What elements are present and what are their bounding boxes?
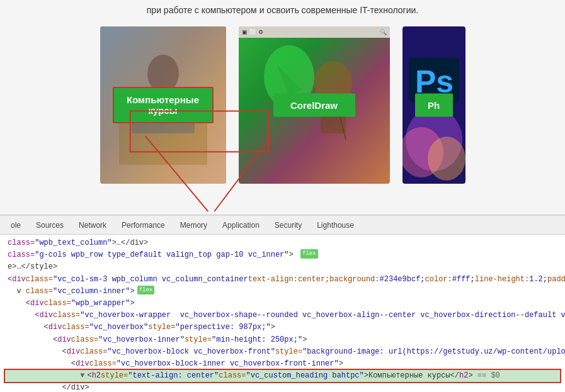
tab-memory[interactable]: Memory: [173, 216, 215, 235]
code-line-10: <div class="vc_hoverbox-block vc_hoverbo…: [5, 346, 560, 358]
cards-area: Компьютерные курсы: [0, 20, 565, 215]
tab-network[interactable]: Network: [71, 216, 114, 235]
code-line-12-highlighted[interactable]: ▼ <h2 style="text-align: center" class="…: [5, 370, 560, 382]
devtools-tabs: ole Sources Network Performance Memory A…: [0, 216, 565, 235]
top-text: при работе с компьютером и освоить совре…: [0, 0, 565, 20]
card-photoshop: Ps Ph: [402, 26, 465, 184]
card-label-coreldraw: CorelDraw: [273, 94, 355, 117]
tab-sources[interactable]: Sources: [28, 216, 71, 235]
card-label-computers: Компьютерные курсы: [113, 87, 214, 123]
webpage-area: при работе с компьютером и освоить совре…: [0, 0, 565, 215]
code-line-7: <div class="vc_hoverbox-wrapper vc_hover…: [5, 310, 560, 322]
code-line-1: class="wpb_text_column">…</div>: [5, 237, 560, 249]
card-coreldraw: ▣⬜⚙🔍 CorelDraw: [239, 26, 390, 184]
tab-performance[interactable]: Performance: [114, 216, 173, 235]
code-line-4: <div class="vc_col-sm-3 wpb_column vc_co…: [5, 274, 560, 286]
svg-point-15: [428, 137, 465, 181]
code-line-6: <div class="wpb_wrapper">: [5, 298, 560, 310]
code-line-11: <div class="vc_hoverbox-block-inner vc_h…: [5, 358, 560, 370]
tab-security[interactable]: Security: [267, 216, 309, 235]
devtools-panel: ole Sources Network Performance Memory A…: [0, 215, 565, 392]
code-line-2: class="g-cols wpb_row type_default valig…: [5, 249, 560, 261]
tab-application[interactable]: Application: [215, 216, 267, 235]
code-line-5: v class="vc_column-inner"> flex: [5, 286, 560, 298]
code-line-3: e>…</style>: [5, 261, 560, 273]
tab-lighthouse[interactable]: Lighthouse: [309, 216, 362, 235]
tab-console[interactable]: ole: [3, 216, 28, 235]
code-line-9: <div class="vc_hoverbox-inner" style="mi…: [5, 334, 560, 346]
card-computers: Компьютерные курсы: [100, 26, 226, 184]
card-label-ps: Ph: [415, 94, 453, 117]
code-line-8: <div class="vc_hoverbox" style="perspect…: [5, 322, 560, 333]
code-line-13: </div>: [5, 382, 560, 392]
devtools-code-panel: class="wpb_text_column">…</div> class="g…: [0, 235, 565, 392]
cards-container: Компьютерные курсы: [0, 20, 565, 196]
